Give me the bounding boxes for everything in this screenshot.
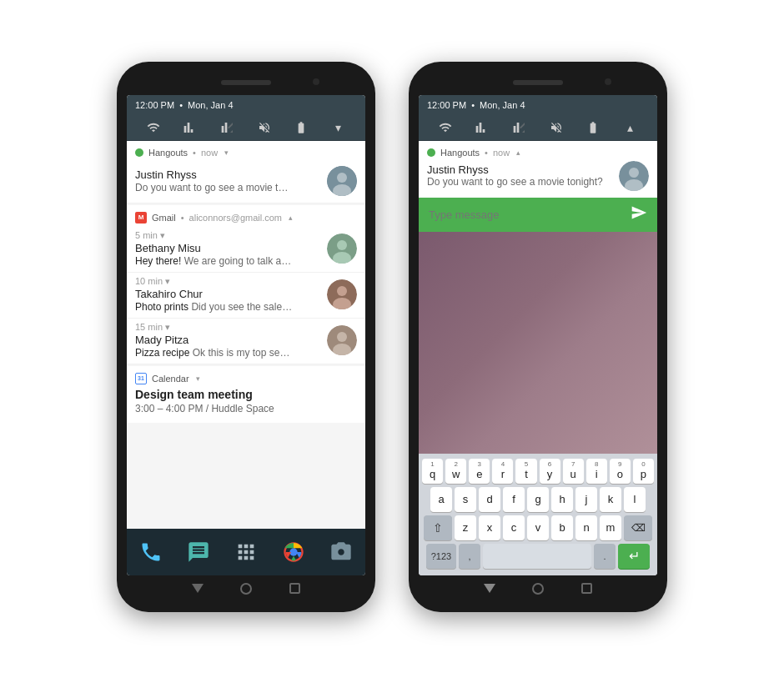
gmail-notification[interactable]: M Gmail • aliconnors@gmail.com ▴ 5 min ▾… bbox=[127, 205, 365, 364]
svg-point-1 bbox=[337, 173, 347, 183]
gmail-avatar-0 bbox=[327, 234, 357, 264]
mute-icon-right bbox=[549, 120, 564, 135]
gmail-item-1[interactable]: 10 min ▾ Takahiro Chur Photo prints Did … bbox=[127, 273, 365, 319]
gmail-avatar-2 bbox=[327, 325, 357, 355]
recents-button-right[interactable] bbox=[579, 581, 594, 596]
key-6[interactable]: 6y bbox=[540, 459, 560, 484]
hangouts-dot-right bbox=[427, 148, 435, 157]
back-button-right[interactable] bbox=[482, 581, 497, 596]
screen-left: 12:00 PM • Mon, Jan 4 bbox=[127, 95, 365, 575]
calendar-event-time: 3:00 – 4:00 PM / Huddle Space bbox=[135, 403, 357, 414]
key-4[interactable]: 4r bbox=[492, 459, 513, 484]
wifi-icon bbox=[146, 120, 161, 135]
wallpaper bbox=[419, 232, 657, 454]
hangouts-header-right: Hangouts • now ▴ bbox=[427, 148, 649, 158]
dock-phone-icon[interactable] bbox=[134, 535, 168, 569]
speaker-right bbox=[513, 80, 563, 85]
signal-icon-right bbox=[475, 120, 490, 135]
svg-point-7 bbox=[337, 286, 347, 296]
hangouts-text-right: Do you want to go see a movie tonight? bbox=[427, 176, 612, 188]
send-button[interactable] bbox=[631, 204, 647, 225]
key-b[interactable]: b bbox=[551, 515, 573, 540]
key-v[interactable]: v bbox=[527, 515, 549, 540]
keyboard: 1q 2w 3e 4r 5t 6y 7u 8i 9o 0p a s d f bbox=[419, 454, 657, 575]
hangouts-notification-left[interactable]: Hangouts • now ▾ Justin Rhyss Do you wan… bbox=[127, 141, 365, 203]
gmail-content-2: 15 min ▾ Mady Pitza Pizza recipe Ok this… bbox=[135, 322, 320, 359]
symbols-key[interactable]: ?123 bbox=[426, 544, 456, 569]
key-f[interactable]: f bbox=[503, 487, 525, 512]
hangouts-avatar-left bbox=[327, 166, 357, 196]
dock-messages-icon[interactable] bbox=[182, 535, 215, 569]
key-1[interactable]: 1q bbox=[422, 459, 443, 484]
enter-key[interactable]: ↵ bbox=[618, 544, 650, 569]
hangouts-content-right: Justin Rhyss Do you want to go see a mov… bbox=[427, 163, 612, 188]
gmail-avatar-1 bbox=[327, 279, 357, 309]
gmail-item-0[interactable]: 5 min ▾ Bethany Misu Hey there! We are g… bbox=[127, 227, 365, 273]
nav-bar-right bbox=[419, 575, 657, 602]
key-x[interactable]: x bbox=[479, 515, 500, 540]
dock-chrome-icon[interactable] bbox=[277, 535, 310, 569]
key-0[interactable]: 0p bbox=[633, 459, 654, 484]
key-d[interactable]: d bbox=[479, 487, 500, 512]
recents-button-left[interactable] bbox=[287, 581, 302, 596]
space-key[interactable] bbox=[483, 544, 591, 569]
home-icon-right bbox=[532, 583, 544, 595]
calendar-arrow: ▾ bbox=[196, 374, 200, 383]
hangouts-app-icon bbox=[135, 148, 143, 157]
back-icon-left bbox=[192, 584, 204, 593]
key-m[interactable]: m bbox=[600, 515, 621, 540]
key-3[interactable]: 3e bbox=[469, 459, 490, 484]
gmail-time-2: 15 min ▾ bbox=[135, 322, 320, 333]
gmail-app-icon: M bbox=[135, 212, 147, 223]
recents-icon-right bbox=[581, 583, 592, 594]
comma-key[interactable]: , bbox=[459, 544, 480, 569]
message-input[interactable] bbox=[429, 208, 631, 221]
key-a[interactable]: a bbox=[430, 487, 452, 512]
hangouts-notification-right[interactable]: Hangouts • now ▴ Justin Rhyss Do you wan… bbox=[419, 141, 657, 198]
key-7[interactable]: 7u bbox=[563, 459, 584, 484]
home-button-left[interactable] bbox=[239, 581, 254, 596]
message-input-bar[interactable] bbox=[419, 198, 657, 232]
key-n[interactable]: n bbox=[575, 515, 597, 540]
collapse-icon[interactable]: ▴ bbox=[623, 120, 638, 135]
key-s[interactable]: s bbox=[455, 487, 476, 512]
back-button-left[interactable] bbox=[190, 581, 205, 596]
key-l[interactable]: l bbox=[624, 487, 646, 512]
delete-key[interactable]: ⌫ bbox=[624, 515, 652, 540]
shift-key[interactable]: ⇧ bbox=[424, 515, 452, 540]
key-z[interactable]: z bbox=[455, 515, 476, 540]
calendar-app-name: Calendar bbox=[152, 374, 189, 384]
period-key[interactable]: . bbox=[594, 544, 616, 569]
dock-camera-icon[interactable] bbox=[324, 535, 358, 569]
gmail-time-0: 5 min ▾ bbox=[135, 230, 320, 241]
hangouts-item-left[interactable]: Justin Rhyss Do you want to go see a mov… bbox=[127, 161, 365, 203]
home-icon-left bbox=[240, 583, 252, 595]
status-time-left: 12:00 PM • Mon, Jan 4 bbox=[135, 100, 234, 110]
key-2[interactable]: 2w bbox=[445, 459, 466, 484]
key-j[interactable]: j bbox=[575, 487, 597, 512]
gmail-content-1: 10 min ▾ Takahiro Chur Photo prints Did … bbox=[135, 276, 320, 313]
key-9[interactable]: 9o bbox=[610, 459, 631, 484]
key-k[interactable]: k bbox=[600, 487, 621, 512]
phones-container: 12:00 PM • Mon, Jan 4 bbox=[117, 62, 667, 612]
dock-apps-icon[interactable] bbox=[229, 535, 263, 569]
camera-left bbox=[313, 78, 319, 85]
gmail-sender-2: Mady Pitza bbox=[135, 334, 320, 346]
hangouts-avatar-circle bbox=[327, 166, 357, 196]
key-c[interactable]: c bbox=[503, 515, 525, 540]
phone-top-bar-left bbox=[127, 72, 365, 95]
no-signal-icon bbox=[220, 120, 235, 135]
calendar-notification[interactable]: 31 Calendar ▾ Design team meeting 3:00 –… bbox=[127, 366, 365, 423]
expand-icon[interactable]: ▾ bbox=[331, 120, 346, 135]
battery-icon bbox=[294, 120, 309, 135]
gmail-arrow: ▴ bbox=[289, 213, 293, 222]
key-h[interactable]: h bbox=[551, 487, 573, 512]
gmail-item-2[interactable]: 15 min ▾ Mady Pitza Pizza recipe Ok this… bbox=[127, 319, 365, 364]
key-5[interactable]: 5t bbox=[515, 459, 536, 484]
gmail-header: M Gmail • aliconnors@gmail.com ▴ bbox=[127, 205, 365, 227]
dock-left bbox=[127, 529, 365, 575]
home-button-right[interactable] bbox=[530, 581, 545, 596]
key-g[interactable]: g bbox=[527, 487, 549, 512]
key-8[interactable]: 8i bbox=[586, 459, 607, 484]
signal-icon bbox=[183, 120, 198, 135]
